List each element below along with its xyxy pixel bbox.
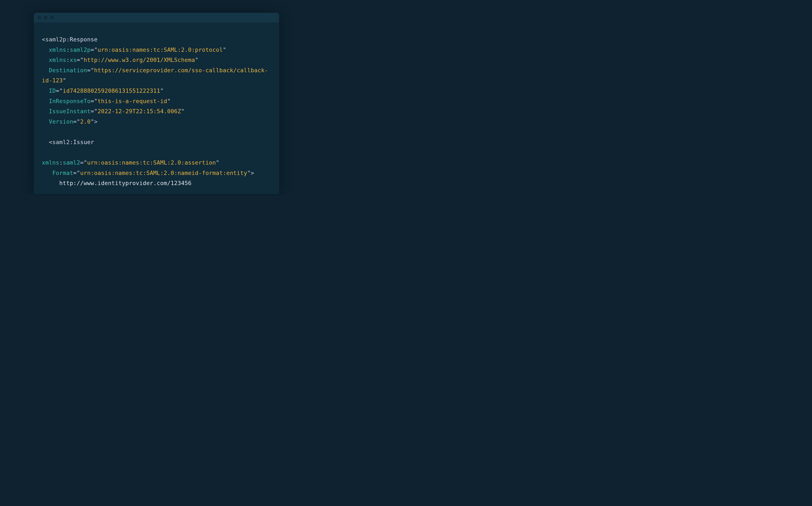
code-token-punct: "	[80, 57, 83, 63]
code-token-punct: >	[94, 118, 97, 125]
code-token-str: 2022-12-29T22:15:54.006Z	[97, 108, 181, 114]
code-token-str: 2.0	[80, 118, 90, 125]
code-token-eq: =	[90, 108, 94, 114]
code-token-nsname: saml2	[52, 139, 70, 145]
code-token-eq: =	[87, 67, 90, 74]
code-token-str: id74288802592086131551222311	[63, 87, 160, 94]
code-token-punct: "	[181, 108, 184, 114]
code-token-attr: xmlns	[49, 57, 66, 63]
code-token-punct: "	[59, 87, 63, 94]
code-token-punct: "	[216, 159, 219, 166]
code-token-attr: saml2p	[70, 47, 91, 53]
code-token-eq: =	[77, 57, 80, 63]
code-token-eq: =	[73, 170, 77, 176]
code-token-punct: >	[250, 170, 254, 176]
code-window: <saml2p:Response xmlns:saml2p="urn:oasis…	[34, 13, 279, 194]
code-token-attr: Format	[52, 170, 73, 176]
code-token-eq: =	[73, 118, 77, 125]
code-token-str: http://www.w3.org/2001/XMLSchema	[84, 57, 195, 63]
code-token-colon: :	[66, 47, 70, 53]
code-token-eq: =	[90, 98, 94, 104]
traffic-light-zoom-icon[interactable]	[50, 16, 54, 19]
code-token-punct: "	[223, 47, 226, 53]
code-token-punct: "	[160, 87, 164, 94]
code-token-str: urn:oasis:names:tc:SAML:2.0:protocol	[97, 47, 223, 53]
code-token-colon: :	[59, 159, 63, 166]
code-token-attr: InResponseTo	[49, 98, 90, 104]
code-token-nsname: saml2p	[45, 36, 66, 43]
code-token-attr: xmlns	[49, 47, 66, 53]
code-token-punct: "	[167, 98, 170, 104]
code-token-punct: <	[42, 36, 45, 43]
code-token-punct: "	[77, 118, 80, 125]
code-token-attr: saml2	[63, 159, 80, 166]
code-token-punct: "	[84, 159, 87, 166]
code-token-eq: =	[80, 159, 83, 166]
code-token-attr: xmlns	[42, 159, 59, 166]
code-content: <saml2p:Response xmlns:saml2p="urn:oasis…	[34, 28, 279, 188]
code-token-colon: :	[66, 36, 70, 43]
code-token-text: http://www.identityprovider.com/123456	[59, 180, 192, 186]
code-token-eq: =	[90, 47, 94, 53]
traffic-light-close-icon[interactable]	[38, 16, 41, 19]
code-token-attr: xs	[70, 57, 77, 63]
code-token-str: urn:oasis:names:tc:SAML:2.0:assertion	[87, 159, 216, 166]
code-token-colon: :	[66, 57, 70, 63]
stage: <saml2p:Response xmlns:saml2p="urn:oasis…	[0, 0, 313, 195]
code-token-punct: "	[195, 57, 198, 63]
code-token-punct: "	[63, 77, 66, 84]
code-token-punct: "	[77, 170, 80, 176]
code-token-colon: :	[70, 139, 73, 145]
code-token-punct: "	[94, 98, 97, 104]
code-token-punct: "	[90, 118, 94, 125]
code-token-attr: Destination	[49, 67, 87, 74]
code-token-punct: <	[49, 139, 52, 145]
code-token-elname: Response	[70, 36, 98, 43]
code-token-str: urn:oasis:names:tc:SAML:2.0:nameid-forma…	[80, 170, 247, 176]
traffic-light-minimize-icon[interactable]	[44, 16, 47, 19]
code-token-elname: Issuer	[73, 139, 94, 145]
code-token-attr: ID	[49, 87, 56, 94]
code-token-punct: "	[90, 67, 94, 74]
window-titlebar	[34, 13, 279, 22]
code-token-attr: IssueInstant	[49, 108, 90, 114]
code-token-attr: Version	[49, 118, 73, 125]
code-token-eq: =	[56, 87, 59, 94]
code-token-punct: "	[94, 47, 97, 53]
code-token-punct: "	[247, 170, 250, 176]
code-token-punct: "	[94, 108, 97, 114]
code-token-str: this-is-a-request-id	[97, 98, 167, 104]
